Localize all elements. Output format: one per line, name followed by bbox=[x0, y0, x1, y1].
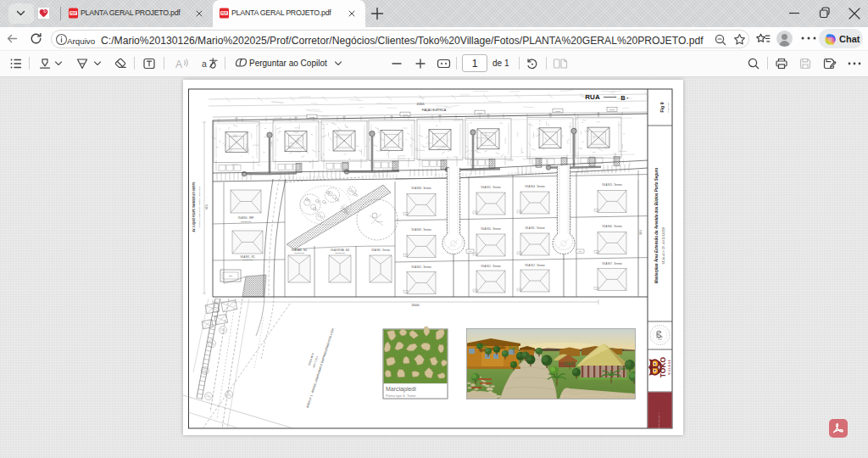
svg-text:12: 12 bbox=[581, 122, 583, 123]
svg-text:60.6: 60.6 bbox=[205, 204, 209, 209]
svg-text:66.6: 66.6 bbox=[639, 230, 643, 235]
svg-text:12: 12 bbox=[322, 128, 324, 129]
svg-text:V I L L A G E: V I L L A G E bbox=[668, 360, 671, 375]
svg-text:ESTRADA SERVIDÃO - NORTE - TRE: ESTRADA SERVIDÃO - NORTE - TRECHO B bbox=[198, 186, 201, 227]
svg-text:VILA 910 - Terreno: VILA 910 - Terreno bbox=[481, 227, 501, 231]
svg-text:Construída: Construída bbox=[242, 259, 253, 261]
svg-text:POSTE: POSTE bbox=[309, 116, 315, 118]
svg-text:a: a bbox=[596, 251, 597, 253]
svg-text:12: 12 bbox=[567, 142, 569, 143]
svg-text:VILA 915 - Terreno: VILA 915 - Terreno bbox=[481, 186, 501, 189]
svg-text:VILA 9A/B - 902: VILA 9A/B - 902 bbox=[292, 249, 308, 252]
svg-text:Marciapiedi: Marciapiedi bbox=[386, 386, 416, 393]
svg-text:12: 12 bbox=[303, 147, 305, 148]
svg-text:PDF: PDF bbox=[221, 12, 228, 15]
svg-text:VILA 905 - Terreno: VILA 905 - Terreno bbox=[371, 249, 390, 252]
svg-text:12: 12 bbox=[318, 151, 320, 152]
svg-text:12: 12 bbox=[437, 137, 438, 137]
svg-text:VILA 912 - Terreno: VILA 912 - Terreno bbox=[525, 264, 545, 267]
svg-text:VILA 6 NOVA - 903: VILA 6 NOVA - 903 bbox=[331, 249, 350, 252]
svg-text:VILA 909 - Terreno: VILA 909 - Terreno bbox=[411, 228, 431, 232]
svg-text:20305: 20305 bbox=[417, 103, 425, 106]
svg-text:scala 1:200: scala 1:200 bbox=[667, 102, 670, 113]
svg-text:VILA 900 - REF: VILA 900 - REF bbox=[238, 216, 254, 220]
svg-text:POSTE: POSTE bbox=[477, 112, 483, 114]
svg-text:a: a bbox=[475, 289, 476, 291]
svg-text:POSTE: POSTE bbox=[555, 110, 561, 112]
svg-text:SE-bc-vil nº 29 - del 11/12/21: SE-bc-vil nº 29 - del 11/12/210 bbox=[662, 227, 665, 264]
svg-text:Masterplan Área Extensão da Av: Masterplan Área Extensão da Avenida dos … bbox=[654, 168, 659, 284]
svg-text:a: a bbox=[519, 288, 520, 290]
svg-text:12: 12 bbox=[348, 159, 350, 159]
svg-text:12: 12 bbox=[481, 140, 482, 141]
svg-text:a: a bbox=[596, 209, 597, 211]
svg-text:VILA 906 - Terreno: VILA 906 - Terreno bbox=[602, 225, 622, 228]
svg-text:Fig 9: Fig 9 bbox=[659, 102, 665, 112]
svg-text:TOKO: TOKO bbox=[659, 356, 667, 377]
svg-text:a: a bbox=[596, 288, 597, 289]
svg-text:ÁREA Nº 1 - BRASIL URBANISMO E: ÁREA Nº 1 - BRASIL URBANISMO E EMPREENDI… bbox=[306, 327, 335, 409]
svg-text:POSTE: POSTE bbox=[609, 109, 615, 110]
svg-text:A: A bbox=[175, 59, 182, 70]
svg-text:12: 12 bbox=[587, 130, 589, 131]
svg-text:Construída: Construída bbox=[335, 252, 345, 254]
svg-text:a: a bbox=[405, 291, 406, 293]
svg-text:12: 12 bbox=[270, 142, 272, 143]
svg-text:VILA 901 - Terreno: VILA 901 - Terreno bbox=[481, 265, 501, 268]
svg-text:12: 12 bbox=[374, 137, 376, 137]
svg-text:a: a bbox=[475, 253, 476, 254]
svg-text:POSTE: POSTE bbox=[403, 114, 409, 115]
svg-text:20000: 20000 bbox=[412, 304, 420, 307]
svg-text:PRAÇA: PRAÇA bbox=[376, 221, 383, 223]
svg-text:a: a bbox=[519, 210, 520, 212]
svg-text:a: a bbox=[202, 59, 207, 69]
svg-text:B: B bbox=[620, 94, 626, 102]
svg-text:12: 12 bbox=[365, 146, 367, 147]
svg-text:VILA 911 - Terreno: VILA 911 - Terreno bbox=[525, 226, 545, 230]
svg-text:VILA 902 - Terreno: VILA 902 - Terreno bbox=[411, 265, 431, 269]
svg-text:VILA 913 - Terreno: VILA 913 - Terreno bbox=[602, 183, 622, 187]
svg-text:Pietra tipo S. Tomé: Pietra tipo S. Tomé bbox=[386, 394, 416, 398]
svg-text:12: 12 bbox=[436, 126, 437, 126]
svg-text:VILA 904 - Terreno: VILA 904 - Terreno bbox=[525, 185, 545, 188]
svg-text:a: a bbox=[405, 254, 406, 256]
svg-text:12: 12 bbox=[522, 152, 524, 153]
svg-text:TOKO SEGURO - vil: TOKO SEGURO - vil bbox=[658, 412, 659, 429]
svg-text:DEP: DEP bbox=[229, 275, 233, 276]
svg-text:VILA 908 - Terreno: VILA 908 - Terreno bbox=[411, 187, 431, 190]
svg-text:a: a bbox=[405, 213, 406, 215]
svg-text:VILA 901 - RC: VILA 901 - RC bbox=[240, 255, 254, 259]
svg-text:VILA 907 - Terreno: VILA 907 - Terreno bbox=[602, 262, 622, 265]
svg-text:Construída: Construída bbox=[294, 252, 304, 254]
svg-text:12: 12 bbox=[263, 152, 264, 153]
svg-text:12: 12 bbox=[569, 126, 570, 127]
svg-text:AV. JUQUEÍ FELIPE WANDERLEY HE: AV. JUQUEÍ FELIPE WANDERLEY HERPE bbox=[192, 182, 196, 232]
svg-text:a: a bbox=[519, 252, 520, 254]
svg-text:12: 12 bbox=[326, 124, 328, 125]
svg-text:PDF: PDF bbox=[70, 12, 77, 15]
svg-text:Construída: Construída bbox=[241, 221, 252, 223]
svg-text:RUA: RUA bbox=[585, 93, 600, 101]
svg-text:12: 12 bbox=[309, 162, 311, 163]
svg-text:a: a bbox=[475, 211, 476, 213]
svg-text:FIAÇÃO ELÉTRICA: FIAÇÃO ELÉTRICA bbox=[422, 108, 447, 112]
